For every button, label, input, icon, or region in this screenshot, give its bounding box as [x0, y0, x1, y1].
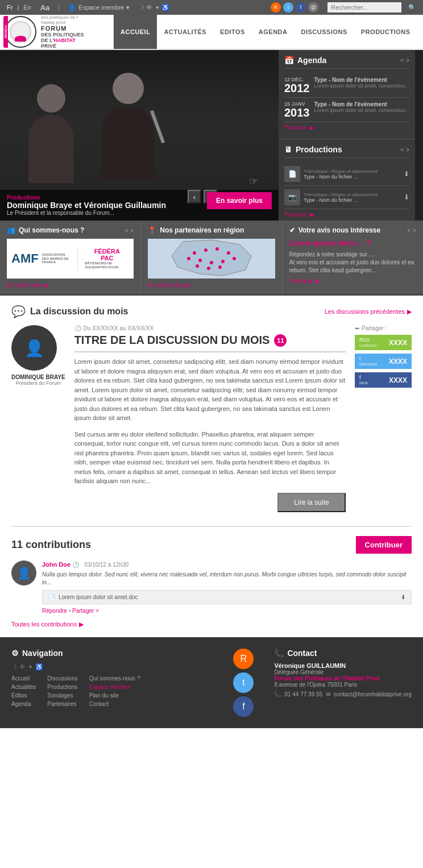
footer-contact-addr: 8 avenue de l'Opéra 75001 Paris [274, 682, 412, 688]
prod-file-icon-2: 📷 [284, 189, 300, 205]
productions-prev[interactable]: < [400, 147, 404, 153]
footer-link-contact[interactable]: Contact [89, 701, 140, 707]
hero-desc: Le Président et la responsable du Forum.… [7, 210, 272, 216]
discussion-section: 💬 La discussion du mois Les discussions … [0, 296, 423, 637]
footer-link-partenaires[interactable]: Partenaires [47, 701, 77, 707]
participer-link[interactable]: Participer ▶ [289, 275, 416, 284]
espace-membre[interactable]: 👤 Espace membre ▾ [68, 4, 130, 11]
prod-file-icon-1: 📄 [284, 166, 300, 182]
rss-share-btn[interactable]: RSS Lecteurs XXXX [355, 335, 412, 350]
facebook-share-btn[interactable]: f fans XXXX [355, 372, 412, 388]
share-label: ⬅ Partager : [355, 325, 412, 331]
les-discussions-link[interactable]: Les discussions précédentes ▶ [325, 308, 412, 315]
svg-point-11 [207, 267, 210, 270]
svg-point-10 [196, 264, 199, 268]
rss-icon[interactable]: R [271, 2, 281, 13]
amf-logo: AMF [11, 251, 39, 266]
avis-prev[interactable]: < [407, 227, 410, 234]
hero-cta-button[interactable]: En savoir plus [207, 192, 272, 209]
footer-link-qui[interactable]: Qui sommes-nous ? [89, 675, 140, 682]
svg-point-3 [215, 247, 219, 251]
file-icon: 📄 [48, 594, 55, 600]
footer-access-icon-2: 👁 [19, 663, 26, 671]
logo-section: FORUM des politiques de l' habitat privé… [0, 15, 114, 49]
prod-download-2[interactable]: ⬇ [404, 193, 409, 201]
productions-icon: 🖥 [284, 145, 292, 154]
svg-point-6 [221, 260, 225, 263]
productions-parcourir[interactable]: Parcourir ▶ [284, 209, 409, 220]
phone-icon: 📞 [274, 691, 281, 697]
qui-en-savoir-plus[interactable]: En savoir plus ▶ [7, 279, 134, 288]
nav-agenda[interactable]: AGENDA [252, 15, 295, 49]
twitter-icon-top[interactable]: t [283, 2, 293, 13]
partenaires-en-savoir-plus[interactable]: En savoir plus ▶ [148, 279, 275, 288]
footer-link-espace[interactable]: Espace membre [89, 684, 140, 690]
footer-link-productions[interactable]: Productions [47, 684, 77, 690]
nav-sondages[interactable]: SONDAGES [417, 15, 423, 49]
location-icon: 📍 [148, 226, 156, 234]
commenter-avatar: 👤 [11, 560, 36, 585]
reply-link[interactable]: Répondre [42, 608, 67, 614]
svg-point-1 [193, 251, 196, 255]
search-button[interactable]: 🔍 [408, 4, 416, 11]
lang-en[interactable]: En [23, 4, 31, 11]
agenda-prev[interactable]: < [400, 57, 404, 64]
footer-link-agenda[interactable]: Agenda [11, 701, 36, 707]
avis-next[interactable]: > [413, 227, 416, 234]
comment-date: 03/10/12 à 12h30 [84, 562, 128, 568]
prod-download-1[interactable]: ⬇ [404, 170, 409, 178]
prod-item-2: 📷 Thématique / Région et département Typ… [284, 186, 409, 209]
agenda-item-2: 15 JANV 2013 Type - Nom de l'évènement L… [284, 98, 409, 122]
main-nav: ACCUEIL ACTUALITÉS EDITOS AGENDA DISCUSS… [114, 15, 423, 49]
productions-nav: < > [400, 147, 409, 153]
federa-logo: FÉDÉRA PAC BÂTISSEURS DE SOLIDARITÉS POU… [85, 248, 129, 269]
footer-link-plan[interactable]: Plan du site [89, 692, 140, 699]
lire-suite-button[interactable]: Lire la suite [277, 493, 346, 512]
discussion-content: 🕐 Du XX/XX/XX au XX/XX/XX TITRE DE LA DI… [74, 325, 346, 521]
file-download-icon[interactable]: ⬇ [401, 594, 405, 600]
footer-social: R t f [233, 649, 254, 717]
nav-discussions[interactable]: DISCUSSIONS [295, 15, 354, 49]
footer-link-sondages[interactable]: Sondages [47, 692, 77, 699]
qui-prev[interactable]: < [125, 227, 128, 234]
hero-prev[interactable]: ‹ [188, 190, 201, 203]
nav-editos[interactable]: EDITOS [213, 15, 252, 49]
toutes-contributions-link[interactable]: Toutes les contributions ▶ [11, 621, 412, 628]
lang-fr[interactable]: Fr [7, 4, 13, 11]
footer-facebook-icon[interactable]: f [233, 696, 254, 717]
aa-button[interactable]: Aa [40, 3, 50, 12]
calendar-icon: 📅 [284, 56, 294, 65]
productions-next[interactable]: > [406, 147, 409, 153]
agenda-item-1: 12 DÉC. 2012 Type - Nom de l'évènement L… [284, 73, 409, 98]
productions-title: 🖥 Productions [284, 145, 342, 154]
comment-item: 👤 John Doe 🕐 03/10/12 à 12h30 Nulla quis… [11, 560, 412, 614]
avis-col: ✔ Votre avis nous intéresse < > Lorem ip… [283, 221, 423, 294]
france-map [148, 239, 275, 279]
nav-accueil[interactable]: ACCUEIL [114, 15, 157, 49]
nav-actualites[interactable]: ACTUALITÉS [157, 15, 213, 49]
share-comment-link[interactable]: Partager > [72, 608, 99, 614]
footer-rss-icon[interactable]: R [233, 649, 254, 669]
footer-link-editos[interactable]: Editos [11, 692, 36, 699]
footer-contact-title: 📞 Contact [274, 649, 412, 658]
svg-point-12 [218, 265, 222, 269]
agenda-parcourir[interactable]: Parcourir ▶ [284, 122, 409, 133]
facebook-icon-top[interactable]: f [296, 2, 306, 13]
twitter-share-btn[interactable]: t followers XXXX [355, 354, 412, 369]
social-icons-top: R t f @ [271, 2, 318, 13]
contribuer-button[interactable]: Contribuer [356, 536, 412, 554]
footer-link-discussions[interactable]: Discussions [47, 675, 77, 682]
search-input[interactable] [327, 2, 401, 13]
footer-grid: ⚙ Navigation ☽ 👁 ✦ ♿ Accueil Actualités … [11, 649, 412, 717]
qui-next[interactable]: > [130, 227, 134, 234]
productions-panel: 🖥 Productions < > 📄 Thématique / Région … [279, 139, 415, 226]
footer-twitter-icon[interactable]: t [233, 672, 254, 693]
agenda-next[interactable]: > [406, 57, 409, 64]
email-icon-top[interactable]: @ [308, 2, 318, 13]
hero-section: Productions Dominique Braye et Véronique… [0, 50, 423, 221]
footer-link-actualites[interactable]: Actualités [11, 684, 36, 690]
footer-phone-row: 📞 01 44 77 39 55 ✉ contact@forumhabitatp… [274, 691, 412, 697]
footer-link-accueil[interactable]: Accueil [11, 675, 36, 682]
nav-productions[interactable]: PRODUCTIONS [354, 15, 417, 49]
header: FORUM des politiques de l' habitat privé… [0, 15, 423, 50]
